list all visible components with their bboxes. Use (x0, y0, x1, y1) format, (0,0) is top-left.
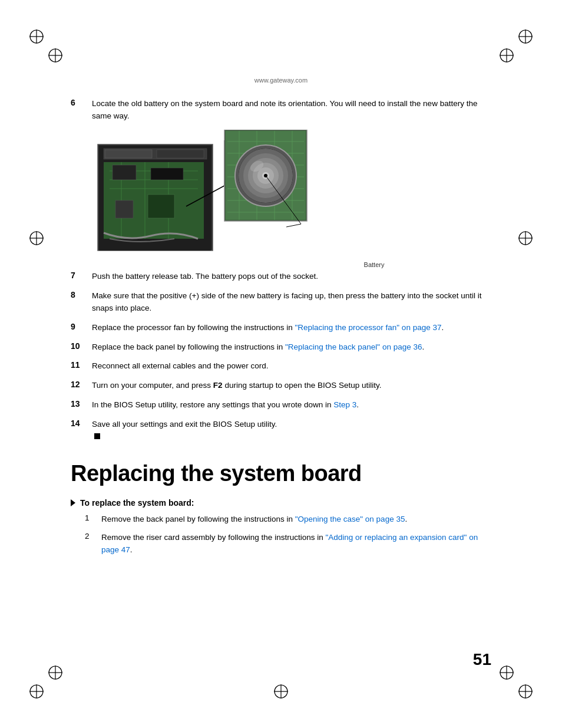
arrow-icon (71, 499, 75, 506)
step-12: 12 Turn on your computer, and press F2 d… (71, 380, 491, 392)
step-7-number: 7 (71, 271, 92, 280)
sub-step-2-number: 2 (85, 532, 101, 541)
reg-mark-bottom-center (273, 683, 289, 700)
step-9: 9 Replace the processor fan by following… (71, 322, 491, 334)
reg-mark-top-left (28, 28, 45, 45)
reg-mark-bottom-left (28, 683, 45, 700)
svg-rect-36 (105, 150, 152, 158)
svg-rect-37 (157, 150, 204, 158)
step-14-number: 14 (71, 419, 92, 428)
sub-step-1-number: 1 (85, 513, 101, 522)
step-11-number: 11 (71, 360, 92, 370)
step-10-number: 10 (71, 341, 92, 351)
step-12-text: Turn on your computer, and press F2 duri… (92, 380, 491, 392)
step-13-number: 13 (71, 399, 92, 409)
step-6: 6 Locate the old battery on the system b… (71, 98, 491, 123)
page-number: 51 (473, 650, 491, 669)
step-9-link[interactable]: "Replacing the processor fan" on page 37 (295, 323, 441, 332)
reg-mark-bottom-right (517, 683, 534, 700)
sub-step-2-text: Remove the riser card assembly by follow… (101, 532, 491, 556)
svg-line-75 (286, 224, 301, 227)
procedure-label: To replace the system board: (80, 498, 194, 508)
reg-mark-inner-top-left (47, 47, 64, 64)
website-url: www.gateway.com (71, 77, 491, 84)
step-10: 10 Replace the back panel by following t… (71, 341, 491, 354)
step-12-number: 12 (71, 380, 92, 389)
reg-mark-inner-top-right (498, 47, 515, 64)
reg-mark-top-right (517, 28, 534, 45)
page-container: www.gateway.com 6 Locate the old battery… (0, 0, 562, 728)
step-13-text: In the BIOS Setup utility, restore any s… (92, 399, 491, 411)
sub-step-2: 2 Remove the riser card assembly by foll… (85, 532, 491, 556)
step-11-text: Reconnect all external cables and the po… (92, 360, 491, 373)
step-9-text: Replace the processor fan by following t… (92, 322, 491, 334)
step-7-text: Push the battery release tab. The batter… (92, 271, 491, 283)
section-title: Replacing the system board (71, 461, 491, 486)
step-11: 11 Reconnect all external cables and the… (71, 360, 491, 373)
battery-illustration-svg (92, 130, 310, 265)
reg-mark-mid-right (517, 230, 534, 246)
step-10-text: Replace the back panel by following the … (92, 341, 491, 354)
step-8: 8 Make sure that the positive (+) side o… (71, 290, 491, 315)
step-14-text: Save all your settings and exit the BIOS… (92, 419, 491, 443)
battery-illustration: Battery (92, 130, 491, 268)
svg-rect-45 (113, 165, 136, 180)
step-14: 14 Save all your settings and exit the B… (71, 419, 491, 443)
step-9-number: 9 (71, 322, 92, 331)
step-8-number: 8 (71, 290, 92, 299)
sub-step-1-link[interactable]: "Opening the case" on page 35 (295, 515, 405, 523)
step-8-text: Make sure that the positive (+) side of … (92, 290, 491, 315)
svg-rect-46 (151, 168, 183, 180)
sub-step-1: 1 Remove the back panel by following the… (85, 513, 491, 526)
svg-rect-47 (115, 200, 133, 218)
step-10-link[interactable]: "Replacing the back panel" on page 36 (285, 342, 422, 351)
step-13: 13 In the BIOS Setup utility, restore an… (71, 399, 491, 411)
step-6-number: 6 (71, 98, 92, 107)
procedure-header: To replace the system board: (71, 498, 491, 508)
reg-mark-inner-bottom-left (47, 664, 64, 681)
svg-rect-48 (148, 195, 174, 218)
sub-step-1-text: Remove the back panel by following the i… (101, 513, 491, 526)
step-7: 7 Push the battery release tab. The batt… (71, 271, 491, 283)
content-area: www.gateway.com 6 Locate the old battery… (71, 0, 491, 556)
reg-mark-mid-left (28, 230, 45, 246)
stop-square (94, 433, 100, 439)
reg-mark-inner-bottom-right (498, 664, 515, 681)
step-13-link[interactable]: Step 3 (333, 400, 356, 409)
sub-step-2-link[interactable]: "Adding or replacing an expansion card" … (101, 533, 478, 554)
step-6-text: Locate the old battery on the system boa… (92, 98, 491, 123)
